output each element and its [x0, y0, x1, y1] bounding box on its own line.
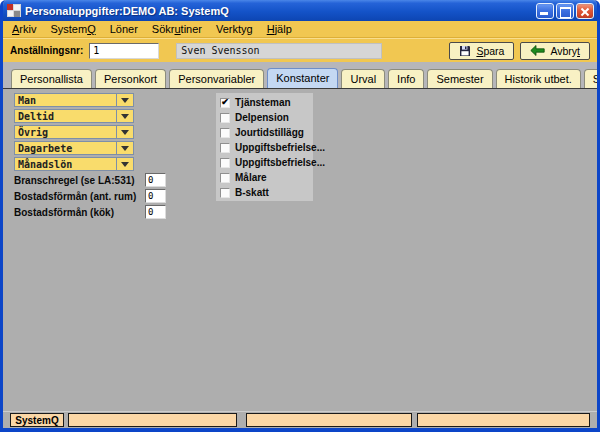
- dropdown-ovrig[interactable]: Övrig: [14, 125, 134, 139]
- checkbox-icon[interactable]: [220, 158, 230, 168]
- menubar: Arkiv SystemQ Löner Sökrutiner Verktyg H…: [3, 21, 597, 38]
- branschregel-input[interactable]: [145, 173, 166, 187]
- status-app-panel: SystemQ: [10, 413, 64, 427]
- minimize-button[interactable]: [536, 3, 554, 19]
- cancel-button[interactable]: Avbryt: [520, 42, 590, 60]
- dropdown-manadslon[interactable]: Månadslön: [14, 157, 134, 171]
- maximize-button[interactable]: [556, 3, 574, 19]
- checkbox-icon[interactable]: [220, 128, 230, 138]
- menu-verktyg[interactable]: Verktyg: [209, 22, 260, 36]
- employee-number-input[interactable]: [89, 43, 159, 59]
- chevron-down-icon[interactable]: [116, 158, 133, 170]
- status-panel-2: [68, 413, 237, 427]
- tab-info[interactable]: Info: [388, 69, 424, 88]
- checkbox-icon[interactable]: [220, 143, 230, 153]
- status-bar: SystemQ: [3, 411, 597, 428]
- branschregel-label: Branschregel (se LA:531): [14, 174, 135, 188]
- menu-hjalp[interactable]: Hjälp: [260, 22, 299, 36]
- checkbox-panel: ✔ Tjänsteman Delpension Jourtidstillägg …: [216, 93, 313, 201]
- chevron-down-icon[interactable]: [116, 110, 133, 122]
- checkbox-icon[interactable]: [220, 113, 230, 123]
- checkbox-delpension[interactable]: Delpension: [220, 110, 313, 125]
- tab-statistik[interactable]: Statistik: [584, 69, 600, 88]
- dropdown-deltid[interactable]: Deltid: [14, 109, 134, 123]
- tab-konstanter[interactable]: Konstanter: [267, 68, 338, 88]
- tab-personvariabler[interactable]: Personvariabler: [169, 69, 264, 88]
- checkbox-b-skatt[interactable]: B-skatt: [220, 185, 313, 200]
- checkbox-malare[interactable]: Målare: [220, 170, 313, 185]
- checkbox-icon[interactable]: [220, 173, 230, 183]
- tab-urval[interactable]: Urval: [341, 69, 385, 88]
- app-window: Personaluppgifter:DEMO AB: SystemQ Arkiv…: [0, 0, 600, 432]
- menu-loner[interactable]: Löner: [103, 22, 145, 36]
- bostadsforman-kok-input[interactable]: [145, 205, 166, 219]
- menu-systemq[interactable]: SystemQ: [43, 22, 102, 36]
- tab-historik-utbet[interactable]: Historik utbet.: [496, 69, 581, 88]
- menu-arkiv[interactable]: Arkiv: [5, 22, 43, 36]
- app-icon: [7, 4, 21, 17]
- close-button[interactable]: [576, 3, 594, 19]
- tab-strip: Personallista Personkort Personvariabler…: [3, 62, 597, 88]
- bostadsforman-rum-input[interactable]: [145, 189, 166, 203]
- checkbox-icon[interactable]: [220, 188, 230, 198]
- bostadsforman-kok-label: Bostadsförmån (kök): [14, 206, 114, 220]
- chevron-down-icon[interactable]: [116, 94, 133, 106]
- dropdown-man[interactable]: Man: [14, 93, 134, 107]
- bostadsforman-rum-label: Bostadsförmån (ant. rum): [14, 190, 136, 204]
- tab-semester[interactable]: Semester: [427, 69, 492, 88]
- toolbar: Anställningsnr: Sven Svensson Spara Avbr…: [3, 38, 597, 62]
- dropdown-dagarbete[interactable]: Dagarbete: [14, 141, 134, 155]
- konstanter-panel: Man Deltid Övrig Dagarbete Månadslön Bra…: [3, 88, 597, 411]
- menu-sokrutiner[interactable]: Sökrutiner: [145, 22, 209, 36]
- checkbox-icon[interactable]: ✔: [220, 98, 230, 108]
- tab-personkort[interactable]: Personkort: [95, 69, 166, 88]
- employee-number-label: Anställningsnr:: [10, 45, 83, 56]
- checkbox-jourtidstillagg[interactable]: Jourtidstillägg: [220, 125, 313, 140]
- employee-name-field[interactable]: Sven Svensson: [176, 43, 382, 59]
- tab-personallista[interactable]: Personallista: [11, 69, 92, 88]
- chevron-down-icon[interactable]: [116, 142, 133, 154]
- status-panel-3: [246, 413, 412, 427]
- back-arrow-icon: [530, 45, 545, 56]
- window-title: Personaluppgifter:DEMO AB: SystemQ: [25, 5, 536, 17]
- status-panel-4: [417, 413, 590, 427]
- checkbox-uppgiftsbefrielse-2[interactable]: Uppgiftsbefrielse...: [220, 155, 313, 170]
- checkbox-uppgiftsbefrielse-1[interactable]: Uppgiftsbefrielse...: [220, 140, 313, 155]
- save-disk-icon: [459, 45, 471, 57]
- checkbox-tjansteman[interactable]: ✔ Tjänsteman: [220, 95, 313, 110]
- chevron-down-icon[interactable]: [116, 126, 133, 138]
- titlebar[interactable]: Personaluppgifter:DEMO AB: SystemQ: [3, 0, 597, 21]
- save-button[interactable]: Spara: [449, 42, 514, 60]
